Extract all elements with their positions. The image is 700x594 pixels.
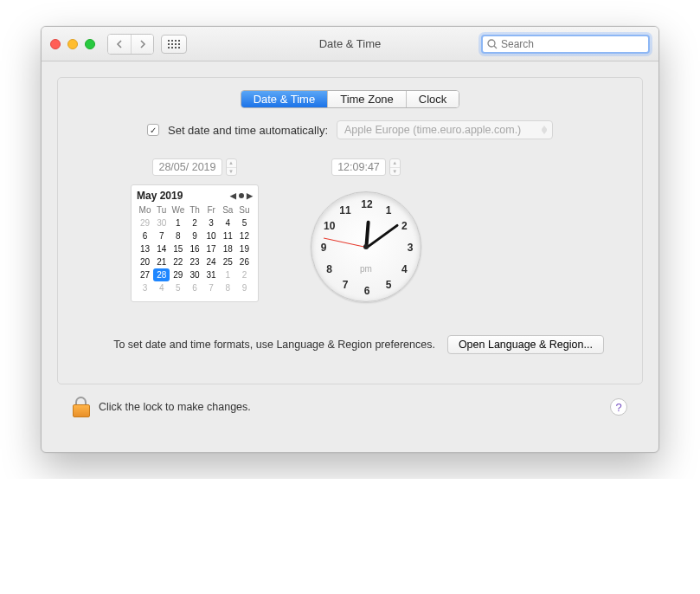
lock-icon[interactable] (73, 397, 90, 417)
calendar-day: 26 (236, 255, 253, 268)
calendar-day: 9 (186, 229, 202, 242)
svg-point-12 (488, 40, 495, 47)
calendar-day: 21 (153, 255, 170, 268)
calendar-dow: Fr (203, 203, 220, 216)
calendar-month-label: May 2019 (137, 190, 183, 202)
forward-button[interactable] (131, 35, 153, 54)
calendar-day: 30 (186, 268, 202, 281)
calendar-day: 8 (170, 229, 186, 242)
calendar-day: 4 (153, 281, 170, 294)
calendar-day: 6 (137, 229, 153, 242)
svg-rect-5 (171, 43, 173, 45)
calendar-day: 25 (220, 255, 236, 268)
search-field[interactable] (481, 35, 650, 54)
calendar-day: 24 (203, 255, 220, 268)
clock-number: 4 (401, 263, 408, 275)
calendar-day: 7 (153, 229, 170, 242)
calendar-day: 4 (220, 216, 236, 229)
calendar-day: 19 (236, 242, 253, 255)
zoom-icon[interactable] (85, 39, 95, 49)
tab-time-zone[interactable]: Time Zone (327, 91, 406, 107)
format-note: To set date and time formats, use Langua… (113, 339, 435, 351)
window-controls (50, 39, 95, 49)
calendar-day: 29 (137, 216, 153, 229)
calendar-day: 2 (186, 216, 202, 229)
svg-rect-0 (168, 40, 170, 42)
svg-rect-4 (168, 43, 170, 45)
calendar-day: 8 (220, 281, 236, 294)
clock-number: 11 (339, 204, 350, 216)
calendar-day: 14 (153, 242, 170, 255)
main-panel: Date & Time Time Zone Clock ✓ Set date a… (57, 77, 643, 384)
clock-ampm: pm (360, 264, 372, 274)
calendar-dow: Sa (220, 203, 236, 216)
calendar-today-icon[interactable] (239, 193, 244, 198)
calendar-day: 27 (137, 268, 153, 281)
calendar-day: 18 (220, 242, 236, 255)
analog-clock: pm 121234567891011 (311, 191, 421, 302)
svg-line-13 (494, 46, 497, 48)
auto-checkbox[interactable]: ✓ (147, 124, 159, 136)
minimize-icon[interactable] (67, 39, 78, 49)
svg-rect-11 (178, 47, 180, 48)
svg-rect-2 (175, 40, 177, 42)
calendar-day: 20 (137, 255, 153, 268)
clock-number: 9 (321, 242, 327, 254)
time-stepper: ▲▼ (389, 158, 401, 176)
lock-hint: Click the lock to make changes. (99, 401, 251, 413)
close-icon[interactable] (50, 39, 61, 49)
svg-rect-10 (175, 47, 177, 48)
calendar-day: 28 (153, 268, 170, 281)
calendar-day: 10 (203, 229, 220, 242)
calendar-day: 12 (236, 229, 253, 242)
date-field: 28/05/ 2019 (152, 158, 222, 176)
svg-rect-3 (178, 40, 180, 42)
open-language-region-button[interactable]: Open Language & Region... (447, 335, 604, 354)
auto-label: Set date and time automatically: (168, 124, 328, 137)
show-all-button[interactable] (161, 35, 187, 54)
date-stepper: ▲▼ (226, 158, 237, 176)
tab-date-time[interactable]: Date & Time (241, 91, 328, 107)
calendar-dow: Tu (153, 203, 170, 216)
clock-number: 12 (361, 198, 372, 210)
calendar-day: 1 (170, 216, 186, 229)
calendar-day: 1 (220, 268, 236, 281)
calendar-dow: Th (186, 203, 202, 216)
clock-pin (363, 244, 369, 249)
second-hand (324, 238, 366, 248)
preferences-window: Date & Time Date & Time Time Zone Clock … (41, 26, 659, 453)
calendar-dow: We (170, 203, 186, 216)
calendar-day: 7 (203, 281, 220, 294)
svg-rect-9 (171, 47, 173, 48)
titlebar: Date & Time (42, 27, 658, 61)
calendar-day: 2 (236, 268, 253, 281)
calendar-day: 3 (203, 216, 220, 229)
calendar-day: 15 (170, 242, 186, 255)
calendar: May 2019 ◀ ▶ MoTuWeThFrSaSu2930123456789… (131, 184, 259, 302)
calendar-prev-icon[interactable]: ◀ (230, 191, 236, 200)
back-button[interactable] (108, 35, 131, 54)
help-button[interactable]: ? (610, 398, 627, 416)
clock-number: 1 (386, 204, 392, 216)
clock-number: 10 (324, 220, 335, 232)
svg-rect-1 (171, 40, 173, 42)
clock-number: 6 (364, 285, 370, 297)
calendar-day: 23 (186, 255, 202, 268)
calendar-day: 17 (203, 242, 220, 255)
calendar-day: 5 (170, 281, 186, 294)
calendar-next-icon[interactable]: ▶ (247, 191, 253, 200)
calendar-nav: ◀ ▶ (230, 191, 253, 200)
tab-bar: Date & Time Time Zone Clock (241, 90, 460, 108)
calendar-day: 13 (137, 242, 153, 255)
search-icon (487, 39, 498, 49)
minute-hand (365, 223, 399, 249)
clock-number: 3 (408, 242, 414, 254)
tab-clock[interactable]: Clock (406, 91, 459, 107)
clock-number: 8 (326, 263, 332, 275)
time-field: 12:09:47 (331, 158, 386, 176)
clock-number: 2 (401, 220, 408, 232)
search-input[interactable] (501, 38, 644, 50)
svg-rect-8 (168, 47, 170, 48)
calendar-day: 3 (137, 281, 153, 294)
calendar-day: 31 (203, 268, 220, 281)
